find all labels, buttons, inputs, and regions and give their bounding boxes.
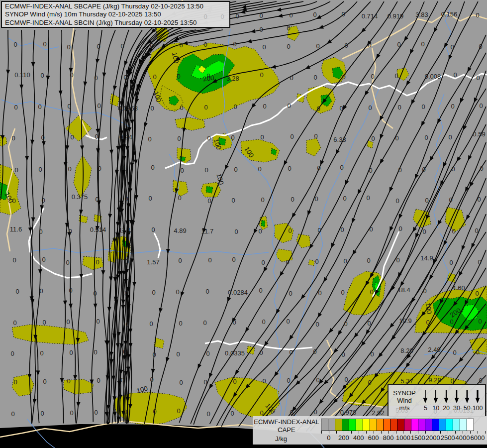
station-value: 0 — [313, 348, 316, 355]
station-value: 0 — [288, 165, 291, 172]
cape-swatch — [397, 419, 404, 431]
station-value: 0 — [421, 40, 424, 48]
station-value: 0 — [95, 133, 98, 140]
station-value: 0 — [123, 74, 127, 81]
station-value: 0 — [479, 377, 482, 384]
station-value: 0 — [235, 12, 239, 20]
station-value: 0 — [289, 290, 292, 297]
station-value: 0 — [204, 104, 207, 111]
station-value: 0 — [315, 258, 318, 265]
station-value: 0 — [152, 289, 155, 296]
station-value: 0 — [15, 288, 19, 295]
station-value: 0.008 — [425, 73, 441, 80]
cape-swatch — [377, 419, 384, 431]
station-value: 0 — [203, 378, 207, 386]
station-value: 0 — [339, 105, 343, 112]
station-value: 0 — [40, 349, 43, 357]
station-value: 0 — [479, 43, 482, 50]
station-value: 0 — [476, 348, 479, 356]
colorbar-tick — [403, 431, 403, 434]
station-value: 0 — [124, 195, 128, 203]
colorbar-tick — [418, 431, 418, 434]
station-value: 0 — [120, 42, 124, 50]
colorbar-tick-label: 2500 — [441, 434, 455, 442]
station-value: 0 — [204, 166, 208, 174]
colorbar-tick — [396, 431, 396, 434]
station-value: 0 — [480, 165, 483, 172]
station-value: 0 — [13, 319, 16, 327]
station-value: 0 — [371, 135, 375, 142]
cape-colorbar-legend: ECMWF-INDEX-ANAL CAPE J/kg 0200400600800… — [253, 416, 487, 445]
station-value: 0 — [179, 320, 182, 327]
wind-arrow-icon — [420, 389, 430, 404]
colorbar-tick — [366, 431, 367, 434]
cape-swatch — [453, 419, 460, 431]
station-value: 0 — [150, 376, 153, 383]
station-value: 3.28 — [226, 75, 239, 82]
station-value: 0 — [176, 350, 180, 358]
station-value: 0 — [315, 321, 319, 328]
station-value: 0.0335 — [225, 349, 245, 357]
station-value: 0 — [179, 379, 183, 386]
station-value: 0 — [313, 74, 317, 81]
colorbar-tick — [381, 431, 382, 434]
station-value: 0 — [177, 135, 181, 142]
station-value: 0 — [68, 227, 72, 235]
station-value: 0 — [234, 228, 238, 235]
station-value: 0 — [449, 259, 453, 266]
colorbar-tick — [351, 431, 352, 434]
station-value: 0 — [396, 256, 399, 264]
station-value: 0 — [177, 407, 180, 415]
station-value: 0 — [370, 350, 374, 358]
station-value: 0.59 — [473, 130, 485, 138]
station-value: 0 — [40, 72, 44, 79]
station-value: 0 — [476, 74, 480, 82]
station-value: 0 — [313, 11, 316, 18]
station-value: 0 — [477, 196, 481, 203]
colorbar-tick — [440, 431, 441, 434]
title-line-wind: SYNOP Wind (m/s) 10m Thursday 02-10-2025… — [5, 10, 226, 18]
station-value: 0 — [478, 318, 482, 325]
station-value: 0 — [94, 74, 97, 82]
station-value: 0 — [476, 11, 479, 19]
station-value: 0.24 — [119, 133, 132, 141]
station-value: 0 — [40, 410, 44, 417]
station-value: 0 — [260, 71, 263, 79]
cape-swatch — [460, 419, 467, 431]
station-value: 11.7 — [201, 227, 213, 235]
ghost-station-value: 0.0131 — [454, 407, 474, 414]
station-value: 0 — [316, 376, 319, 384]
cape-patch-green1 — [206, 186, 213, 193]
station-value: 0 — [208, 256, 211, 264]
station-value: 0 — [448, 133, 452, 141]
station-value: 0 — [422, 166, 425, 173]
station-value: 0 — [206, 410, 210, 418]
station-value: 18.4 — [397, 286, 410, 294]
colorbar-tick — [344, 431, 344, 434]
station-value: 0 — [38, 166, 42, 173]
station-value: 0 — [177, 73, 180, 80]
cape-swatch — [390, 419, 397, 431]
station-value: 0 — [70, 409, 73, 417]
station-value: 0 — [290, 133, 293, 140]
station-value: 0 — [398, 166, 401, 174]
colorbar-tick-label: 1000 — [396, 434, 410, 442]
station-value: 0 — [153, 408, 156, 415]
station-value: 0 — [453, 349, 456, 356]
station-value: 0 — [67, 377, 70, 385]
colorbar-tick — [321, 431, 322, 434]
station-value: 0 — [341, 289, 344, 296]
cape-swatch — [335, 419, 342, 431]
station-value: 0 — [286, 318, 290, 325]
station-value: 0 — [286, 258, 289, 266]
wind-arrow-icon — [431, 389, 441, 404]
wind-arrow-icon — [462, 389, 472, 404]
wind-speed-item: 100 — [473, 389, 483, 412]
station-value: 0 — [261, 196, 264, 204]
station-value: 0 — [317, 226, 321, 234]
wind-speed-label: 20 — [443, 405, 450, 412]
station-value: 0 — [368, 104, 372, 112]
station-value: 0 — [344, 376, 348, 383]
station-value: 0 — [425, 197, 428, 204]
station-value: 0 — [450, 43, 454, 51]
